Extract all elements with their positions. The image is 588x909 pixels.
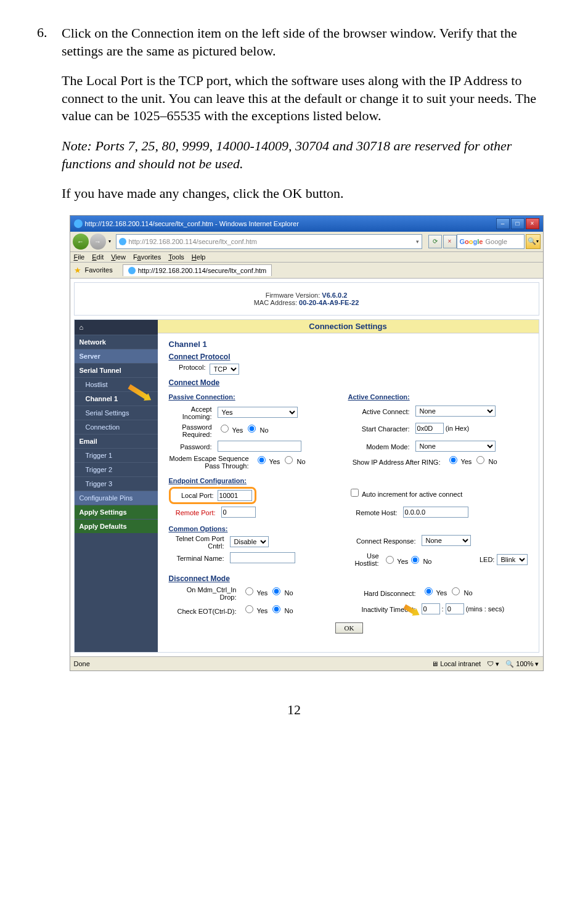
page-icon (119, 238, 126, 245)
page-number: 12 (37, 702, 551, 718)
nav-serial-tunnel[interactable]: Serial Tunnel (75, 363, 158, 377)
nav-hostlist[interactable]: Hostlist (75, 377, 158, 391)
show-ip-yes[interactable]: Yes (446, 458, 472, 465)
check-eot-yes[interactable]: Yes (242, 607, 268, 614)
mins-secs-label: (mins : secs) (466, 605, 504, 613)
menu-tools[interactable]: Tools (168, 253, 184, 261)
zoom-control[interactable]: 🔍 100% ▾ (505, 660, 539, 668)
search-button[interactable]: 🔍▾ (526, 234, 541, 249)
search-icon: 🔍 (528, 237, 536, 245)
modem-escape-no[interactable]: No (282, 458, 305, 465)
window-title: http://192.168.200.114/secure/ltx_conf.h… (85, 220, 299, 227)
auto-increment-checkbox[interactable]: Auto increment for active connect (348, 491, 463, 498)
remote-port-label: Remote Port: (169, 509, 219, 516)
active-connect-select[interactable]: None (415, 406, 496, 417)
ie-window: http://192.168.200.114/secure/ltx_conf.h… (70, 215, 544, 671)
refresh-icon: ⟳ (433, 238, 438, 245)
favorites-bar: ★ Favorites http://192.168.200.114/secur… (70, 263, 543, 279)
remote-port-input[interactable] (221, 507, 256, 518)
remote-host-input[interactable] (403, 507, 468, 518)
back-button[interactable]: ← (73, 234, 89, 250)
nav-network[interactable]: Network (75, 335, 158, 349)
passive-connection-title: Passive Connection: (169, 393, 348, 401)
forward-button[interactable]: → (90, 234, 106, 250)
menu-edit[interactable]: Edit (92, 253, 104, 261)
nav-apply-defaults[interactable]: Apply Defaults (75, 519, 158, 533)
nav-server[interactable]: Server (75, 349, 158, 363)
active-connection-title: Active Connection: (348, 393, 528, 401)
active-connect-label: Active Connect: (348, 408, 414, 415)
nav-email[interactable]: Email (75, 434, 158, 448)
nav-channel1[interactable]: Channel 1 (75, 391, 158, 406)
on-mdm-no[interactable]: No (269, 589, 293, 597)
ie-icon (74, 219, 83, 228)
modem-escape-yes[interactable]: Yes (255, 458, 280, 465)
address-bar[interactable]: http://192.168.200.114/secure/ltx_conf.h… (116, 234, 422, 249)
hard-disconnect-no[interactable]: No (449, 589, 472, 597)
use-hostlist-label: Use Hostlist: (348, 552, 383, 567)
connect-response-label: Connect Response: (348, 537, 420, 545)
on-mdm-ctrl-label: On Mdm_Ctrl_In Drop: (169, 586, 240, 601)
hard-disconnect-yes[interactable]: Yes (422, 589, 447, 597)
accept-incoming-select[interactable]: Yes (218, 407, 298, 418)
telnet-select[interactable]: Disable (230, 536, 269, 547)
common-options-title: Common Options: (169, 525, 528, 532)
led-select[interactable]: Blink (497, 554, 528, 565)
google-icon: Google (460, 238, 483, 245)
maximize-button[interactable]: □ (511, 218, 525, 229)
stop-icon: × (448, 238, 452, 245)
inactivity-secs-input[interactable] (446, 603, 464, 614)
in-hex-label: (in Hex) (446, 425, 470, 432)
favorites-star-icon[interactable]: ★ (74, 266, 81, 275)
nav-trigger1[interactable]: Trigger 1 (75, 448, 158, 462)
search-input[interactable]: Google Google (457, 234, 525, 249)
inactivity-mins-input[interactable] (422, 603, 440, 614)
check-eot-no[interactable]: No (269, 607, 293, 614)
menu-view[interactable]: View (111, 253, 126, 261)
stop-button[interactable]: × (443, 235, 457, 248)
use-hostlist-no[interactable]: No (408, 554, 431, 565)
protocol-select[interactable]: TCP (210, 364, 239, 375)
on-mdm-yes[interactable]: Yes (242, 589, 268, 597)
nav-home[interactable]: ⌂ (75, 320, 158, 335)
show-ip-no[interactable]: No (473, 458, 497, 465)
connection-settings-title: Connection Settings (158, 320, 539, 333)
password-required-no[interactable]: No (245, 426, 268, 434)
local-port-input[interactable] (218, 490, 252, 501)
nav-trigger2[interactable]: Trigger 2 (75, 462, 158, 476)
close-button[interactable]: × (526, 218, 539, 229)
menu-favorites[interactable]: Favorites (133, 253, 161, 261)
protocol-label: Protocol: (169, 364, 210, 371)
tab-title: http://192.168.200.114/secure/ltx_conf.h… (138, 267, 267, 274)
nav-apply-settings[interactable]: Apply Settings (75, 505, 158, 519)
settings-panel: Connection Settings Channel 1 Connect Pr… (158, 320, 539, 652)
menu-help[interactable]: Help (192, 253, 206, 261)
nav-connection[interactable]: Connection (75, 420, 158, 434)
local-port-label: Local Port: (173, 492, 218, 499)
address-dropdown-icon[interactable]: ▾ (416, 238, 419, 245)
browser-tab[interactable]: http://192.168.200.114/secure/ltx_conf.h… (123, 264, 272, 276)
fw-version-value: V6.6.0.2 (322, 291, 347, 299)
nav-configurable-pins[interactable]: Configurable Pins (75, 491, 158, 505)
minimize-button[interactable]: – (496, 218, 510, 229)
password-input[interactable] (218, 441, 301, 452)
start-character-input[interactable] (415, 423, 444, 434)
start-character-label: Start Character: (348, 425, 414, 433)
terminal-name-input[interactable] (230, 552, 295, 563)
nav-serial-settings[interactable]: Serial Settings (75, 406, 158, 420)
nav-history-dropdown[interactable]: ▾ (108, 238, 111, 244)
protected-mode-icon[interactable]: 🛡 ▾ (487, 660, 499, 668)
connect-mode-title: Connect Mode (169, 378, 528, 387)
modem-mode-select[interactable]: None (415, 441, 496, 452)
password-required-yes[interactable]: Yes (218, 426, 243, 434)
use-hostlist-yes[interactable]: Yes (383, 554, 409, 565)
menu-file[interactable]: File (74, 253, 85, 261)
nav-trigger3[interactable]: Trigger 3 (75, 476, 158, 491)
modem-mode-label: Modem Mode: (348, 443, 414, 450)
connect-response-select[interactable]: None (422, 535, 471, 546)
password-required-label: Password Required: (169, 423, 216, 438)
paragraph-1: Click on the Connection item on the left… (62, 25, 551, 60)
ok-button[interactable]: OK (335, 622, 364, 634)
refresh-button[interactable]: ⟳ (428, 235, 442, 248)
terminal-name-label: Terminal Name: (169, 555, 228, 562)
